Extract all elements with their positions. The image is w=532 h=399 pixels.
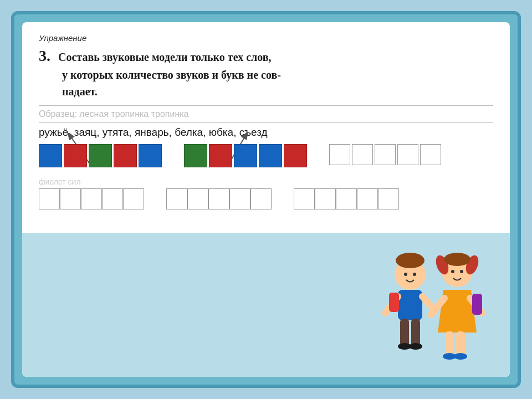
question-block: 3. Составь звуковые модели только тех сл… — [39, 47, 493, 100]
divider-line-1 — [39, 105, 493, 106]
svg-point-9 — [409, 343, 422, 350]
empty-box-g3-1 — [329, 144, 350, 165]
block-green-2 — [184, 144, 207, 167]
svg-rect-21 — [456, 331, 465, 356]
empty-box-r3-3 — [336, 188, 357, 209]
exercise-label: Упражнение — [39, 33, 493, 43]
block-red-1 — [64, 144, 87, 167]
empty-box-r3-5 — [378, 188, 399, 209]
empty-box-r2-5 — [250, 188, 272, 209]
empty-box-g3-3 — [375, 144, 396, 165]
question-number: 3. — [39, 47, 50, 65]
svg-rect-12 — [389, 293, 399, 312]
block-red-3 — [209, 144, 232, 167]
empty-boxes-row — [39, 188, 493, 209]
block-blue-2 — [139, 144, 162, 167]
question-text-line2: у которых количество звуков и букв не со… — [39, 66, 493, 83]
block-blue-1 — [39, 144, 62, 167]
kids-illustration — [366, 244, 499, 377]
empty-box-r2-2 — [187, 188, 208, 209]
block-green-1 — [89, 144, 112, 167]
faded-line1: Образец: лесная тропинка тропинка — [39, 109, 493, 119]
words-line: ружьё, заяц, утята, январь, белка, юбка,… — [39, 126, 493, 139]
question-text-line3: падает. — [39, 83, 493, 100]
block-blue-3 — [234, 144, 257, 167]
svg-line-29 — [431, 310, 435, 315]
question-text-line1: Составь звуковые модели только тех слов, — [58, 49, 272, 65]
svg-rect-5 — [398, 290, 422, 320]
empty-box-r2-3 — [208, 188, 229, 209]
empty-box-r2-1 — [166, 188, 187, 209]
block-red-2 — [114, 144, 137, 167]
block-group-2 — [184, 144, 307, 167]
empty-box-group-1 — [39, 188, 144, 209]
question-line1: 3. Составь звуковые модели только тех сл… — [39, 47, 493, 65]
empty-box-r3-2 — [315, 188, 336, 209]
svg-rect-26 — [472, 294, 482, 315]
content-area: Упражнение 3. Составь звуковые модели то… — [39, 33, 493, 209]
block-blue-4 — [259, 144, 282, 167]
empty-box-g3-2 — [352, 144, 373, 165]
outer-border: Упражнение 3. Составь звуковые модели то… — [11, 11, 521, 388]
svg-point-23 — [454, 353, 467, 360]
empty-box-r3-4 — [357, 188, 378, 209]
blocks-container — [39, 144, 493, 167]
empty-box-r1-2 — [60, 188, 81, 209]
block-group-1 — [39, 144, 162, 167]
empty-box-r1-3 — [81, 188, 102, 209]
empty-box-g3-4 — [397, 144, 418, 165]
empty-box-r3-1 — [294, 188, 315, 209]
bottom-area — [22, 233, 510, 377]
svg-point-14 — [413, 273, 416, 276]
svg-point-28 — [460, 270, 463, 273]
block-red-4 — [284, 144, 307, 167]
empty-box-r1-1 — [39, 188, 60, 209]
svg-point-4 — [396, 253, 424, 268]
block-group-3 — [329, 144, 441, 165]
blocks-row — [39, 144, 493, 167]
inner-card: Упражнение 3. Составь звуковые модели то… — [22, 22, 510, 377]
faded-line2: фиолет сил — [39, 177, 493, 186]
empty-box-r1-4 — [102, 188, 123, 209]
empty-box-r1-5 — [123, 188, 144, 209]
svg-point-18 — [444, 253, 470, 266]
svg-rect-6 — [400, 319, 409, 346]
svg-point-27 — [451, 270, 454, 273]
svg-point-13 — [404, 273, 407, 276]
empty-box-g3-5 — [420, 144, 441, 165]
empty-box-r2-4 — [229, 188, 250, 209]
divider-line-2 — [39, 122, 493, 123]
empty-box-group-3 — [294, 188, 399, 209]
svg-rect-7 — [411, 319, 420, 346]
empty-box-group-2 — [166, 188, 272, 209]
svg-rect-20 — [445, 331, 454, 356]
